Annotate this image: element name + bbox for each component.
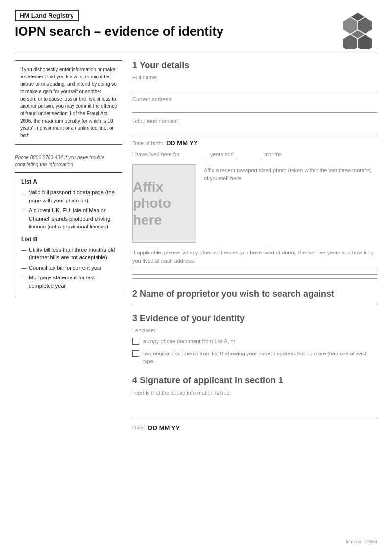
current-address-input[interactable] bbox=[132, 103, 377, 113]
photo-instruction: Affix a recent passport sized photo (tak… bbox=[204, 164, 377, 243]
enclose-label: I enclose: bbox=[132, 327, 377, 333]
photo-box: Affix photo here bbox=[132, 164, 196, 243]
section4: 4 Signature of applicant in section 1 I … bbox=[132, 376, 377, 431]
telephone-label: Telephone number: bbox=[132, 118, 377, 124]
date-row: Date: DD MM YY bbox=[132, 424, 377, 431]
telephone-input[interactable] bbox=[132, 125, 377, 134]
current-address-label: Current address: bbox=[132, 96, 377, 102]
section1-title: 1 Your details bbox=[132, 60, 377, 71]
lived-row: I have lived here for years and months bbox=[132, 151, 377, 158]
lived-years-input[interactable] bbox=[183, 151, 207, 158]
section4-title: 4 Signature of applicant in section 1 bbox=[132, 376, 377, 386]
list-a-items: Valid full passport biodata page (the pa… bbox=[21, 188, 116, 231]
header-divider bbox=[15, 54, 377, 54]
page-title: IOPN search – evidence of identity bbox=[15, 24, 223, 39]
dob-row: Date of birth: DD MM YY bbox=[132, 139, 377, 147]
list-item: Mortgage statement for last completed ye… bbox=[21, 274, 116, 290]
signature-line[interactable] bbox=[132, 403, 377, 418]
list-item: Valid full passport biodata page (the pa… bbox=[21, 188, 116, 204]
form-reference: form-hmlr-05/04 bbox=[346, 539, 377, 544]
header-left: HM Land Registry IOPN search – evidence … bbox=[15, 10, 223, 39]
phone-note: Phone 0800 2703 434 if you have trouble … bbox=[15, 154, 122, 168]
hm-logo-icon bbox=[338, 10, 377, 49]
certify-text: I certify that the above information is … bbox=[132, 390, 377, 396]
document-list-box: List A Valid full passport biodata page … bbox=[15, 172, 122, 297]
warning-text: If you dishonestly enter information or … bbox=[20, 67, 117, 138]
photo-placeholder-text: Affix photo here bbox=[133, 179, 196, 228]
list-item: Utility bill less than three months old … bbox=[21, 246, 116, 262]
lived-years-label: years and bbox=[210, 151, 234, 157]
list-item: A current UK, EU, Isle of Man or Channel… bbox=[21, 206, 116, 231]
checkbox-b[interactable] bbox=[132, 350, 139, 357]
checkbox-a[interactable] bbox=[132, 338, 139, 345]
lived-months-input[interactable] bbox=[237, 151, 261, 158]
content-area: If you dishonestly enter information or … bbox=[0, 60, 392, 431]
full-name-label: Full name: bbox=[132, 75, 377, 80]
date-label: Date: bbox=[132, 425, 145, 430]
additional-address-lines bbox=[132, 270, 377, 279]
section2: 2 Name of proprietor you wish to search … bbox=[132, 289, 377, 303]
option-a-text: a copy of one document from List A, or bbox=[143, 337, 235, 346]
warning-box: If you dishonestly enter information or … bbox=[15, 60, 122, 145]
list-b-items: Utility bill less than three months old … bbox=[21, 246, 116, 290]
full-name-input[interactable] bbox=[132, 81, 377, 91]
lived-months-label: months bbox=[264, 151, 282, 157]
section2-title: 2 Name of proprietor you wish to search … bbox=[132, 289, 377, 299]
date-value: DD MM YY bbox=[148, 424, 180, 431]
dob-label: Date of birth: bbox=[132, 140, 163, 146]
main-content: 1 Your details Full name: Current addres… bbox=[132, 60, 377, 431]
list-b-heading: List B bbox=[21, 235, 116, 244]
photo-section: Affix photo here Affix a recent passport… bbox=[132, 164, 377, 243]
checkbox-row-b: two original documents from list B showi… bbox=[132, 350, 377, 366]
dob-value: DD MM YY bbox=[166, 139, 198, 147]
list-a-heading: List A bbox=[21, 177, 116, 186]
lived-pre-text: I have lived here for bbox=[132, 151, 180, 157]
logo-container bbox=[338, 10, 377, 49]
page-header: HM Land Registry IOPN search – evidence … bbox=[0, 0, 392, 54]
org-badge: HM Land Registry bbox=[15, 10, 79, 21]
option-b-text: two original documents from list B showi… bbox=[143, 350, 377, 366]
left-sidebar: If you dishonestly enter information or … bbox=[15, 60, 122, 431]
checkbox-row-a: a copy of one document from List A, or bbox=[132, 337, 377, 346]
address-note: If applicable, please list any other add… bbox=[132, 249, 377, 265]
section3: 3 Evidence of your identity I enclose: a… bbox=[132, 313, 377, 366]
list-item: Council tax bill for current year bbox=[21, 264, 116, 272]
section3-title: 3 Evidence of your identity bbox=[132, 313, 377, 324]
